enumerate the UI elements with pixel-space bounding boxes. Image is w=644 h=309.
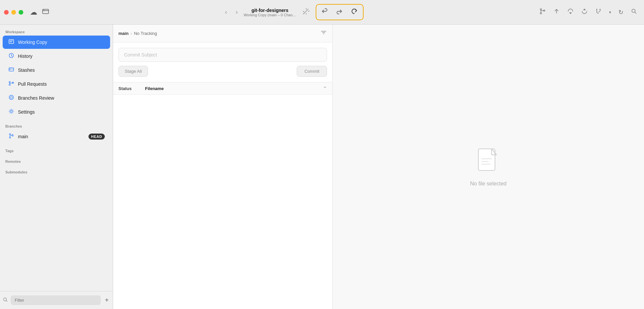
fetch-button[interactable] [564,6,576,18]
minimize-button[interactable] [11,10,16,15]
svg-point-2 [303,13,304,14]
settings-icon [8,108,15,116]
stashes-label: Stashes [18,67,105,73]
sidebar-item-stashes[interactable]: Stashes [3,63,110,77]
branch-icon [8,133,15,140]
push-button[interactable] [578,6,590,18]
sidebar-item-pull-requests[interactable]: Pull Requests [3,77,110,91]
filter-icon [3,297,8,303]
branch-name: main [118,31,128,36]
sidebar-footer: + [0,291,113,309]
merge-button[interactable] [592,6,604,18]
branch-path: main › No Tracking [118,31,320,36]
no-tracking-label: No Tracking [134,31,157,36]
svg-rect-9 [9,40,14,44]
working-area: main › No Tracking Stage All Commit [113,25,644,309]
nav-forward-button[interactable]: › [233,7,240,17]
sidebar-item-main-branch[interactable]: main HEAD [3,130,110,143]
search-button[interactable] [628,6,640,18]
sidebar-item-history[interactable]: History [3,50,110,63]
svg-point-8 [632,9,635,13]
commit-subject-input[interactable] [118,48,327,62]
svg-rect-22 [478,149,495,170]
no-file-label: No file selected [470,181,506,187]
svg-point-7 [600,9,601,10]
svg-point-6 [596,9,597,10]
drive-icon [42,8,49,17]
remotes-section-label: Remotes [0,154,113,165]
refresh-button[interactable]: ↻ [616,7,626,18]
close-button[interactable] [4,10,9,15]
svg-rect-0 [43,9,49,14]
maximize-button[interactable] [19,10,23,15]
svg-point-1 [44,10,44,10]
title-bar-left: ☁ [30,8,49,17]
title-bar-right: ▾ ↻ [537,6,640,18]
status-column-header: Status [118,86,145,91]
middle-panel: main › No Tracking Stage All Commit [113,25,333,309]
filename-column-header: Filename [145,86,323,91]
sort-button[interactable]: ⌃ [323,86,327,91]
branches-review-icon [8,94,15,102]
branch-toolbar-button[interactable] [537,6,549,18]
stage-all-button[interactable]: Stage All [118,66,148,77]
svg-rect-11 [9,68,14,71]
panel-settings-button[interactable] [320,29,327,38]
branches-review-label: Branches Review [18,95,105,101]
sidebar: Workspace Working Copy History [0,25,113,309]
head-badge: HEAD [88,134,105,140]
commit-button[interactable]: Commit [297,66,327,77]
tags-section-label: Tags [0,144,113,154]
panel-header: main › No Tracking [113,25,332,43]
sidebar-item-working-copy[interactable]: Working Copy [3,36,110,49]
file-list-header: Status Filename ⌃ [113,82,332,95]
no-file-icon [477,147,500,175]
repo-info: git-for-designers Working Copy (main – 0… [243,8,296,17]
history-label: History [18,53,105,59]
branches-section-label: Branches [0,119,113,130]
commit-form: Stage All Commit [113,43,332,82]
repo-name: git-for-designers [251,8,288,13]
history-icon [8,52,15,60]
share-button[interactable] [318,6,332,19]
working-copy-icon [8,39,15,46]
cloud-icon: ☁ [30,8,37,17]
magic-button[interactable] [300,6,312,18]
window-controls [4,10,23,15]
title-bar-center: ‹ › git-for-designers Working Copy (main… [49,4,537,20]
svg-point-16 [10,96,12,98]
pull-requests-icon [8,80,15,88]
nav-back-button[interactable]: ‹ [222,7,230,17]
sidebar-item-branches-review[interactable]: Branches Review [3,91,110,105]
repo-subtitle: Working Copy (main – 0 Chan… [243,13,296,17]
main-branch-label: main [18,134,85,139]
undo-button[interactable] [332,6,346,19]
right-panel: No file selected [333,25,644,309]
submodules-section-label: Submodules [0,165,113,175]
svg-point-21 [4,298,7,301]
filter-input[interactable] [11,295,101,305]
arrow-up-button[interactable] [551,6,563,18]
working-copy-label: Working Copy [18,40,105,45]
commit-actions: Stage All Commit [118,66,327,77]
add-button[interactable]: + [103,296,110,305]
stashes-icon [8,66,15,74]
svg-point-17 [10,110,12,112]
title-bar: ☁ ‹ › git-for-designers Working Copy (ma… [0,0,644,25]
branch-separator: › [130,31,132,36]
redo-button[interactable] [347,5,362,19]
file-list-body [113,95,332,309]
main-content: Workspace Working Copy History [0,25,644,309]
sidebar-item-settings[interactable]: Settings [3,105,110,119]
settings-label: Settings [18,109,105,115]
workspace-label: Workspace [0,25,113,35]
action-group [316,4,364,20]
svg-point-15 [9,95,14,100]
merge-dropdown-button[interactable]: ▾ [606,8,614,17]
pull-requests-label: Pull Requests [18,81,105,87]
